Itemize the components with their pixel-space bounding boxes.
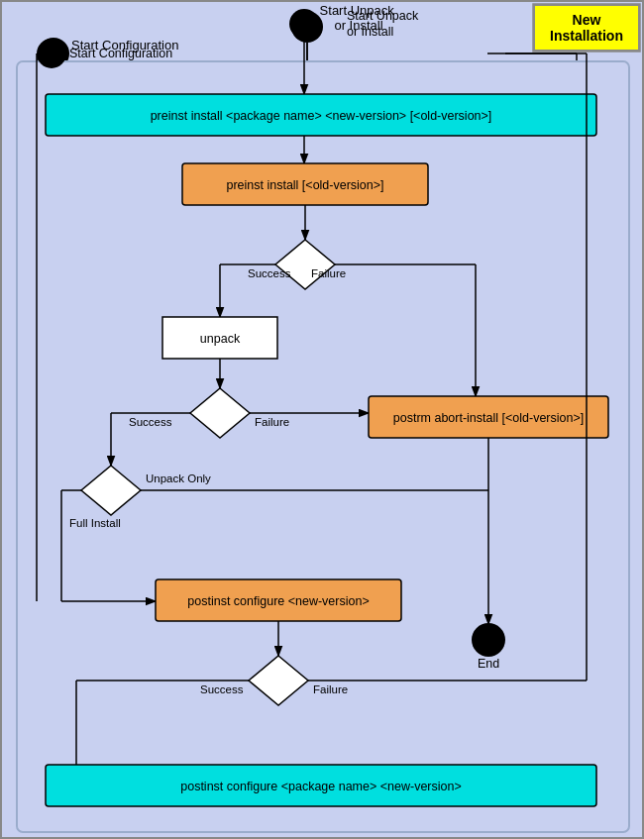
svg-text:Full Install: Full Install	[69, 517, 121, 529]
main-container: New Installation Start Configuration Sta…	[0, 0, 644, 839]
svg-text:preinst install [<old-version>: preinst install [<old-version>]	[226, 178, 383, 192]
new-installation-badge: New Installation	[533, 4, 640, 52]
svg-text:Failure: Failure	[255, 416, 289, 428]
svg-text:postinst configure <new-versio: postinst configure <new-version>	[187, 594, 369, 608]
svg-text:postinst configure <package na: postinst configure <package name> <new-v…	[180, 780, 462, 793]
svg-text:unpack: unpack	[200, 332, 241, 346]
svg-text:Start Unpack: Start Unpack	[347, 9, 419, 23]
svg-text:Failure: Failure	[311, 267, 346, 279]
svg-text:Start Configuration: Start Configuration	[69, 47, 172, 60]
svg-text:Success: Success	[200, 683, 244, 695]
svg-point-4	[37, 39, 66, 68]
flow-diagram: Start Configuration Start Unpack or Inst…	[2, 2, 644, 839]
svg-point-45	[472, 623, 505, 657]
svg-text:Success: Success	[129, 416, 172, 428]
svg-text:Success: Success	[248, 267, 291, 279]
svg-point-6	[289, 9, 319, 39]
svg-text:Unpack Only: Unpack Only	[146, 472, 211, 484]
svg-text:Failure: Failure	[313, 683, 348, 695]
svg-text:preinst install <package name>: preinst install <package name> <new-vers…	[151, 109, 492, 123]
svg-text:or Install: or Install	[347, 25, 393, 39]
svg-text:End: End	[478, 657, 499, 671]
svg-text:postrm abort-install [<old-ver: postrm abort-install [<old-version>]	[393, 411, 584, 425]
